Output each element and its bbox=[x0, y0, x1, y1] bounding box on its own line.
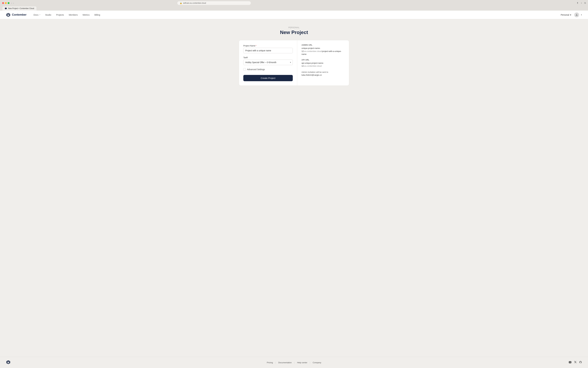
footer-company[interactable]: Company bbox=[310, 361, 324, 364]
user-avatar[interactable] bbox=[574, 12, 579, 17]
nav-right: Personal ▾ ▾ bbox=[560, 12, 582, 17]
minimize-button[interactable] bbox=[5, 2, 7, 4]
url-bar[interactable]: 🔒 selfcare.eu.contember.cloud bbox=[177, 1, 251, 5]
nav-studio[interactable]: Studio bbox=[43, 13, 54, 17]
share-icon[interactable]: ⬆ bbox=[577, 2, 579, 4]
tabs-icon[interactable]: ⧉ bbox=[584, 2, 586, 4]
tariff-label: Tariff bbox=[243, 56, 293, 59]
forward-icon[interactable]: › bbox=[13, 2, 14, 4]
workspace-name: Personal bbox=[561, 14, 569, 16]
logo-text: Contember bbox=[12, 13, 27, 16]
footer-documentation[interactable]: Documentation bbox=[276, 361, 294, 364]
tab-title: New Project • Contember Cloud bbox=[8, 7, 34, 9]
github-icon[interactable] bbox=[579, 361, 582, 364]
tariff-select[interactable]: Hobby Special Offer – 0 €/month Starter … bbox=[243, 60, 293, 65]
tariff-select-wrapper: Hobby Special Offer – 0 €/month Starter … bbox=[243, 60, 293, 65]
nav-members[interactable]: Members bbox=[67, 13, 80, 17]
invitation-text: Admin invitation will be sent to luba.fr… bbox=[301, 71, 345, 77]
advanced-settings-label[interactable]: Advanced Settings bbox=[247, 68, 265, 71]
footer-logo-icon bbox=[6, 360, 10, 364]
nav-billing[interactable]: Billing bbox=[92, 13, 102, 17]
browser-actions: ⬆ ＋ ⧉ bbox=[577, 2, 586, 4]
api-url-label: API URL bbox=[301, 59, 345, 61]
nav-projects[interactable]: Projects bbox=[54, 13, 66, 17]
footer-help-center[interactable]: Help center bbox=[295, 361, 310, 364]
create-project-button[interactable]: Create Project bbox=[243, 75, 293, 81]
docs-label: Docs bbox=[34, 14, 38, 16]
logo[interactable]: Contember bbox=[6, 13, 27, 17]
nav-docs[interactable]: Docs ↗ bbox=[31, 13, 42, 17]
page-content: PERSONAL New Project Project Name * Tari… bbox=[0, 19, 588, 357]
billing-label: Billing bbox=[94, 14, 100, 16]
user-chevron-icon: ▾ bbox=[581, 14, 582, 16]
studio-label: Studio bbox=[45, 14, 51, 16]
admin-url-section: Admin URL unique-project-name-12.eu.cont… bbox=[301, 44, 345, 56]
footer: Pricing | Documentation | Help center | … bbox=[0, 357, 588, 368]
projects-label: Projects bbox=[56, 14, 64, 16]
footer-pricing[interactable]: Pricing bbox=[264, 361, 275, 364]
api-url-section: API URL api-unique-project-name-12.eu.co… bbox=[301, 59, 345, 68]
browser-nav-arrows: ‹ › bbox=[11, 2, 14, 4]
page-header: PERSONAL New Project bbox=[280, 27, 308, 35]
project-name-label: Project Name * bbox=[243, 45, 293, 47]
tab-favicon-icon bbox=[5, 7, 7, 9]
nav-metrics[interactable]: Metrics bbox=[81, 13, 92, 17]
api-url-domain: eu.contember.cloud bbox=[304, 65, 322, 67]
advanced-settings-checkbox[interactable] bbox=[243, 68, 246, 71]
project-name-input[interactable] bbox=[243, 48, 293, 53]
avatar-icon bbox=[575, 13, 578, 16]
active-tab[interactable]: New Project • Contember Cloud bbox=[2, 6, 37, 10]
svg-marker-0 bbox=[5, 8, 7, 9]
tab-row: New Project • Contember Cloud bbox=[0, 6, 588, 10]
youtube-icon[interactable] bbox=[569, 361, 571, 364]
tariff-group: Tariff Hobby Special Offer – 0 €/month S… bbox=[243, 56, 293, 65]
api-url-value: api-unique-project-name-12.eu.contember.… bbox=[301, 62, 345, 68]
workspace-selector[interactable]: Personal ▾ bbox=[560, 13, 572, 17]
admin-url-label: Admin URL bbox=[301, 44, 345, 46]
footer-logo bbox=[6, 360, 10, 365]
svg-point-4 bbox=[576, 14, 577, 15]
form-left: Project Name * Tariff Hobby Special Offe… bbox=[239, 40, 297, 85]
admin-url-value: unique-project-name-12.eu.contember.clou… bbox=[301, 47, 345, 56]
metrics-label: Metrics bbox=[83, 14, 90, 16]
required-indicator: * bbox=[256, 45, 256, 47]
lock-icon: 🔒 bbox=[180, 2, 182, 4]
nav-links: Docs ↗ Studio Projects Members Metrics B… bbox=[31, 13, 560, 17]
url-text: selfcare.eu.contember.cloud bbox=[183, 2, 206, 4]
logo-icon bbox=[6, 13, 10, 17]
close-button[interactable] bbox=[2, 2, 4, 4]
admin-url-domain: eu.contember.cloud/ bbox=[304, 50, 322, 52]
form-right: Admin URL unique-project-name-12.eu.cont… bbox=[297, 40, 349, 85]
footer-links: Pricing | Documentation | Help center | … bbox=[264, 361, 324, 364]
twitter-icon[interactable] bbox=[574, 361, 577, 364]
page-title: New Project bbox=[280, 29, 308, 35]
maximize-button[interactable] bbox=[8, 2, 9, 4]
browser-chrome: ‹ › 🔒 selfcare.eu.contember.cloud ⬆ ＋ ⧉ … bbox=[0, 0, 588, 10]
app-container: Contember Docs ↗ Studio Projects Members… bbox=[0, 10, 588, 368]
invitation-email: luba.fridrich@cargio.cz bbox=[301, 74, 322, 76]
new-project-form-card: Project Name * Tariff Hobby Special Offe… bbox=[239, 40, 349, 86]
project-name-group: Project Name * bbox=[243, 45, 293, 53]
page-subtitle: PERSONAL bbox=[280, 27, 308, 29]
external-link-icon: ↗ bbox=[39, 14, 40, 16]
window-controls bbox=[2, 2, 9, 4]
back-icon[interactable]: ‹ bbox=[11, 2, 12, 4]
new-tab-icon[interactable]: ＋ bbox=[580, 2, 582, 4]
footer-social bbox=[569, 361, 582, 364]
advanced-settings-row: Advanced Settings bbox=[243, 68, 293, 71]
top-nav: Contember Docs ↗ Studio Projects Members… bbox=[0, 10, 588, 19]
workspace-chevron-icon: ▾ bbox=[570, 14, 571, 16]
members-label: Members bbox=[69, 14, 78, 16]
invitation-section: Admin invitation will be sent to luba.fr… bbox=[301, 71, 345, 77]
